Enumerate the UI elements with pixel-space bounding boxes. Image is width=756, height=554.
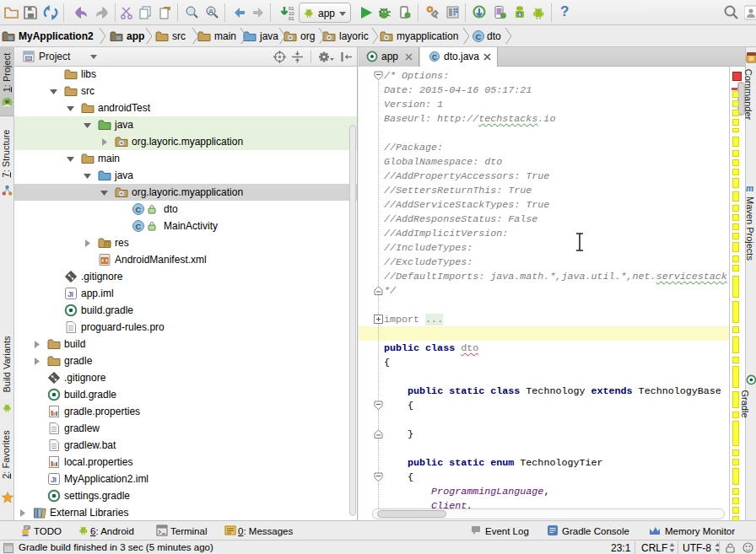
svg-text:A: A	[208, 8, 213, 16]
svg-text:01: 01	[289, 16, 294, 21]
